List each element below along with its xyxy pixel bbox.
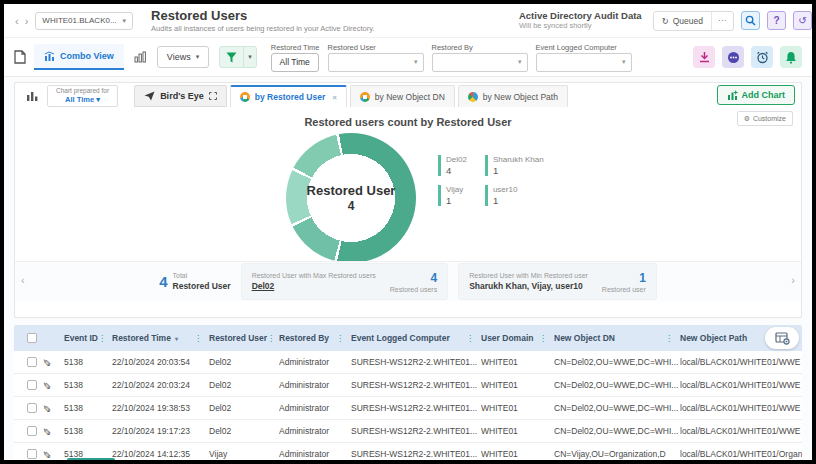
events-table: Event ID⋮Restored Time▾⋮Restored User⋮Re… (14, 325, 802, 460)
report-icon[interactable] (14, 50, 26, 64)
export-button[interactable] (693, 46, 715, 68)
table-cell: CN=Vijay,OU=Organization,D (554, 449, 680, 459)
table-row[interactable]: ✎513822/10/2024 14:12:35VijayAdministrat… (14, 443, 802, 464)
column-header[interactable]: Restored User⋮ (209, 333, 279, 343)
donut-chart-icon (360, 92, 370, 102)
table-cell: SURESH-WS12R2-2.WHITE01... (351, 449, 481, 459)
column-header-label: Event ID (64, 333, 98, 343)
row-checkbox[interactable] (27, 449, 37, 459)
event-logged-computer-select[interactable]: ▾ (536, 53, 632, 72)
alerts-button[interactable] (780, 46, 802, 68)
column-menu-icon[interactable]: ⋮ (267, 334, 279, 343)
chart-tab-by-restored-user[interactable]: by Restored User × (230, 85, 347, 107)
sync-subtitle: Will be synced shortly (519, 21, 642, 30)
edit-pencil-icon[interactable]: ✎ (42, 381, 52, 389)
column-menu-icon[interactable]: ⋮ (336, 334, 351, 343)
edit-pencil-icon[interactable]: ✎ (42, 404, 52, 412)
row-checkbox[interactable] (27, 426, 37, 436)
edit-pencil-icon[interactable]: ✎ (42, 450, 52, 458)
schedule-button[interactable] (751, 46, 773, 68)
carousel-prev-icon[interactable]: ‹ (21, 274, 25, 286)
edit-pencil-icon[interactable]: ✎ (42, 358, 52, 366)
row-checkbox[interactable] (27, 403, 37, 413)
column-header[interactable]: New Object DN⋮ (554, 333, 680, 343)
column-header[interactable]: Event ID⋮ (64, 333, 112, 343)
column-menu-icon[interactable]: ⋮ (539, 334, 554, 343)
sort-desc-icon[interactable]: ▾ (175, 335, 178, 342)
feedback-button[interactable] (722, 46, 744, 68)
table-cell: WHITE01 (481, 426, 554, 436)
table-cell: CN=Del02,OU=WWE,DC=WHI... (554, 357, 680, 367)
combo-chart-icon (44, 51, 55, 62)
row-edit-cell: ✎ (42, 403, 64, 414)
table-cell: WHITE01 (481, 449, 554, 459)
row-select-cell (14, 449, 42, 459)
nav-forward-icon[interactable]: › (22, 15, 32, 27)
carousel-next-icon[interactable]: › (791, 274, 795, 286)
chart-tab-by-new-object-dn[interactable]: by New Object DN (350, 85, 455, 107)
history-button[interactable]: ↺ (793, 11, 812, 30)
chart-tab-by-new-object-path[interactable]: by New Object Path (458, 85, 568, 107)
edit-pencil-icon[interactable]: ✎ (42, 427, 52, 435)
table-row[interactable]: ✎513822/10/2024 19:38:53Del02Administrat… (14, 397, 802, 420)
expand-icon (209, 92, 217, 100)
birds-eye-button[interactable]: Bird's Eye (134, 85, 227, 107)
legend-item[interactable]: Sharukh Khan 1 (485, 155, 544, 176)
table-row[interactable]: ✎513822/10/2024 20:03:54Del02Administrat… (14, 351, 802, 374)
app-header: ‹ › WHITE01.BLACK0... ▾ Restored Users A… (4, 4, 812, 37)
horizontal-scrollbar-thumb[interactable] (67, 458, 115, 463)
restored-time-button[interactable]: All Time (271, 53, 319, 72)
column-menu-icon[interactable]: ⋮ (98, 334, 112, 343)
column-menu-icon[interactable]: ⋮ (194, 334, 209, 343)
close-icon[interactable]: × (332, 93, 337, 102)
column-header[interactable]: User Domain⋮ (481, 333, 554, 343)
combo-view-label: Combo View (60, 51, 114, 61)
search-button[interactable] (741, 11, 760, 30)
page-title: Restored Users (151, 9, 374, 23)
table-cell: Administrator (279, 357, 351, 367)
filter-restored-user: Restored User ▾ (328, 43, 424, 72)
filter-button[interactable]: ▾ (219, 46, 257, 68)
domain-selector-value: WHITE01.BLACK0... (42, 16, 116, 25)
add-chart-button[interactable]: Add Chart (717, 85, 796, 105)
row-checkbox[interactable] (27, 380, 37, 390)
min-value: 1 (639, 271, 646, 285)
domain-selector[interactable]: WHITE01.BLACK0... ▾ (35, 12, 133, 30)
column-header[interactable]: Event Logged Computer⋮ (351, 333, 481, 343)
chart-prepared-for[interactable]: Chart prepared for All Time ▾ (47, 85, 118, 107)
queued-status[interactable]: ↻ Queued ⋯ (653, 11, 734, 31)
tab-combo-view[interactable]: Combo View (34, 44, 124, 70)
filter-dropdown-caret[interactable]: ▾ (243, 47, 256, 67)
max-user-link[interactable]: Del02 (252, 281, 376, 291)
column-header[interactable]: Restored Time▾⋮ (112, 333, 209, 343)
nav-back-icon[interactable]: ‹ (12, 15, 22, 27)
restored-user-select[interactable]: ▾ (328, 53, 424, 72)
column-header[interactable]: Restored By⋮ (279, 333, 351, 343)
table-cell: Vijay (209, 449, 279, 459)
row-edit-cell: ✎ (42, 380, 64, 391)
views-dropdown[interactable]: Views ▾ (157, 46, 209, 68)
table-cell: WHITE01 (481, 403, 554, 413)
table-cell: local/BLACK01/WHITE01/WWE (680, 380, 802, 390)
chart-type-icon[interactable] (21, 85, 43, 107)
column-menu-icon[interactable]: ⋮ (665, 334, 680, 343)
summary-max-card: Restored User with Max Restored users De… (241, 263, 449, 300)
chevron-down-icon: ▾ (414, 58, 418, 66)
select-all-checkbox[interactable] (27, 333, 37, 343)
column-settings-button[interactable] (765, 327, 799, 349)
table-cell: CN=Del02,OU=WWE,DC=WHI... (554, 426, 680, 436)
table-row[interactable]: ✎513822/10/2024 19:17:23Del02Administrat… (14, 420, 802, 443)
legend-value: 1 (446, 195, 467, 206)
legend-item[interactable]: Vijay 1 (438, 185, 467, 206)
table-cell: 5138 (64, 426, 112, 436)
column-menu-icon[interactable]: ⋮ (466, 334, 481, 343)
legend-item[interactable]: Del02 4 (438, 155, 467, 176)
help-button[interactable]: ? (767, 11, 786, 30)
restored-by-select[interactable]: ▾ (432, 53, 528, 72)
more-options-icon[interactable]: ⋯ (712, 16, 733, 25)
legend-item[interactable]: user10 1 (485, 185, 544, 206)
row-checkbox[interactable] (27, 357, 37, 367)
chart-view-icon[interactable] (134, 51, 147, 63)
table-row[interactable]: ✎513822/10/2024 20:03:24Del02Administrat… (14, 374, 802, 397)
sync-status-block: Active Directory Audit Data Will be sync… (519, 11, 642, 30)
